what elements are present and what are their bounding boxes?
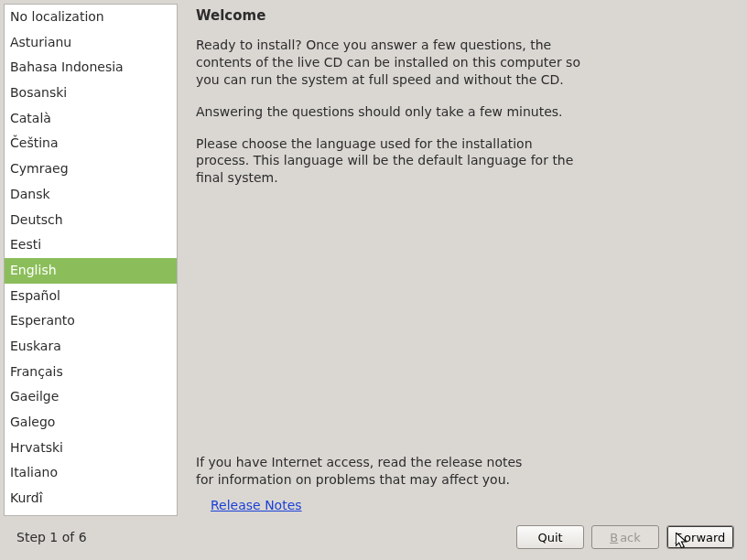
welcome-para-3: Please choose the language used for the … bbox=[196, 135, 590, 188]
release-notes-link[interactable]: Release Notes bbox=[211, 498, 302, 512]
language-item[interactable]: Galego bbox=[5, 410, 177, 436]
language-item[interactable]: Français bbox=[5, 360, 177, 385]
language-item[interactable]: English bbox=[5, 258, 177, 284]
language-item[interactable]: Dansk bbox=[5, 182, 177, 208]
footer-bar: Step 1 of 6 Quit Back Forward bbox=[0, 520, 747, 560]
language-list[interactable]: No localizationAsturianuBahasa Indonesia… bbox=[5, 5, 177, 515]
language-item[interactable]: Bahasa Indonesia bbox=[5, 55, 177, 81]
language-item[interactable]: Gaeilge bbox=[5, 384, 177, 410]
welcome-para-1: Ready to install? Once you answer a few … bbox=[196, 37, 590, 89]
language-item[interactable]: Italiano bbox=[5, 460, 177, 486]
language-item[interactable]: Español bbox=[5, 284, 177, 309]
main-area: No localizationAsturianuBahasa Indonesia… bbox=[0, 0, 747, 520]
language-panel: No localizationAsturianuBahasa Indonesia… bbox=[4, 4, 178, 516]
release-notes-intro: If you have Internet access, read the re… bbox=[196, 454, 525, 489]
language-item[interactable]: Asturianu bbox=[5, 30, 177, 56]
back-button[interactable]: Back bbox=[591, 525, 659, 549]
language-item[interactable]: Eesti bbox=[5, 232, 177, 258]
language-item[interactable]: No localization bbox=[5, 5, 177, 30]
language-item[interactable]: Cymraeg bbox=[5, 156, 177, 182]
release-notes-block: If you have Internet access, read the re… bbox=[196, 454, 731, 512]
language-item[interactable]: Bosanski bbox=[5, 81, 177, 106]
language-item[interactable]: Català bbox=[5, 106, 177, 132]
welcome-heading: Welcome bbox=[196, 7, 731, 24]
language-item[interactable]: Čeština bbox=[5, 131, 177, 156]
welcome-para-2: Answering the questions should only take… bbox=[196, 103, 590, 121]
language-item[interactable]: Hrvatski bbox=[5, 436, 177, 461]
language-item[interactable]: Kurdî bbox=[5, 486, 177, 512]
step-label: Step 1 of 6 bbox=[16, 530, 87, 544]
language-item[interactable]: Esperanto bbox=[5, 308, 177, 334]
forward-button[interactable]: Forward bbox=[666, 525, 734, 549]
quit-button[interactable]: Quit bbox=[516, 525, 584, 549]
language-item[interactable]: Latviski bbox=[5, 512, 177, 515]
content-panel: Welcome Ready to install? Once you answe… bbox=[178, 0, 747, 520]
language-item[interactable]: Deutsch bbox=[5, 208, 177, 233]
language-item[interactable]: Euskara bbox=[5, 334, 177, 360]
